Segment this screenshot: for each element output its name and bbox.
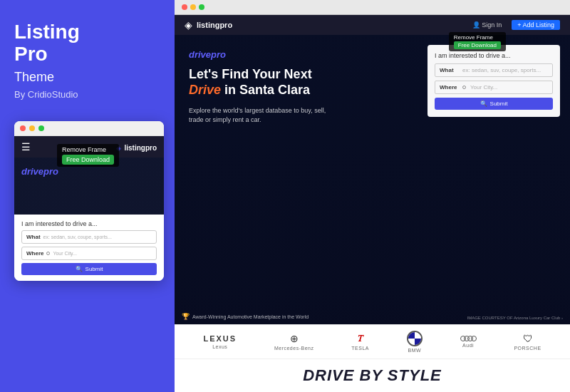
brand-bmw: BMW — [407, 331, 423, 353]
mobile-search-label: I am interested to drive a... — [21, 220, 157, 227]
hero-left: drivepro Let's Find Your Next Drive in S… — [175, 35, 428, 324]
search-panel: I am interested to drive a... What ex: s… — [428, 45, 560, 117]
brand-porsche: 🛡 PORSCHE — [514, 333, 541, 351]
mobile-search-box: I am interested to drive a... What ex: s… — [14, 215, 164, 281]
submit-btn[interactable]: 🔍 Submit — [435, 98, 553, 110]
awards-bar: 🏆 Award-Winning Automotive Marketplace i… — [182, 313, 309, 320]
mobile-preview: Remove Frame Free Download ☰ ◈ listingpr… — [14, 121, 164, 281]
chrome-dot-yellow — [190, 4, 196, 10]
mobile-submit-btn[interactable]: 🔍 Submit — [21, 263, 157, 275]
audi-rings-logo — [460, 336, 477, 341]
site-hero: drivepro Let's Find Your Next Drive in S… — [175, 35, 570, 324]
brand-audi: Audi — [460, 336, 477, 348]
mobile-where-field[interactable]: Where Your City... — [21, 247, 157, 260]
listingpro-icon: ◈ — [185, 19, 192, 31]
left-panel: Listing Pro Theme By CridioStudio Remove… — [0, 0, 175, 392]
mercedes-name: Mercedes-Benz — [274, 346, 314, 351]
mobile-what-field[interactable]: What ex: sedan, suv, coupe, sports... — [21, 230, 157, 244]
tesla-name: TESLA — [351, 346, 369, 351]
mobile-free-download-btn[interactable]: Free Download — [62, 155, 114, 165]
bottom-section: DRIVE BY STYLE — [175, 359, 570, 392]
bmw-logo — [407, 331, 423, 346]
brand-mercedes: ⊕ Mercedes-Benz — [274, 333, 314, 351]
drive-by-style-text: DRIVE BY STYLE — [185, 366, 560, 385]
chrome-dot-red — [182, 4, 187, 10]
hamburger-icon[interactable]: ☰ — [21, 141, 31, 153]
website-preview: ◈ listingpro Remove Frame Free Download … — [175, 15, 570, 392]
brands-bar: LEXUS Lexus ⊕ Mercedes-Benz 𝑇 TESLA — [175, 324, 570, 359]
dot-red — [20, 125, 26, 131]
dot-yellow — [29, 125, 35, 131]
site-header: ◈ listingpro Remove Frame Free Download … — [175, 15, 570, 35]
site-logo-text: listingpro — [197, 21, 232, 29]
lexus-name: Lexus — [212, 344, 227, 349]
mercedes-logo: ⊕ — [290, 333, 299, 344]
site-logo: ◈ listingpro — [185, 19, 232, 31]
where-field[interactable]: Where Your City... — [435, 81, 553, 94]
header-free-download-btn[interactable]: Free Download — [454, 41, 501, 49]
sign-in-btn[interactable]: 👤 Sign In — [468, 20, 507, 30]
awards-text: Award-Winning Automotive Marketplace in … — [192, 314, 309, 319]
app-by: By CridioStudio — [14, 89, 160, 100]
lexus-logo: LEXUS — [203, 334, 237, 343]
site-header-right: 👤 Sign In + Add Listing — [468, 20, 560, 30]
mobile-browser-bar — [14, 121, 164, 136]
hero-heading: Let's Find Your Next Drive in Santa Clar… — [189, 67, 413, 98]
brand-lexus: LEXUS Lexus — [203, 334, 237, 349]
dot-green — [38, 125, 44, 131]
porsche-logo: 🛡 — [523, 333, 533, 344]
hero-right: I am interested to drive a... What ex: s… — [428, 35, 570, 324]
add-listing-btn[interactable]: + Add Listing — [512, 20, 560, 30]
search-panel-label: I am interested to drive a... — [435, 52, 553, 59]
header-tooltip: Remove Frame Free Download — [449, 32, 506, 51]
porsche-name: PORSCHE — [514, 346, 541, 351]
mobile-drive-logo: drivepro — [21, 166, 157, 177]
what-field[interactable]: What ex: sedan, suv, coupe, sports... — [435, 63, 553, 77]
browser-chrome — [175, 0, 570, 15]
hero-drive-logo: drivepro — [189, 49, 413, 60]
chrome-dot-green — [199, 4, 204, 10]
hero-subtext: Explore the world's largest database to … — [189, 106, 331, 124]
app-subtitle: Theme — [14, 70, 160, 85]
image-credit: IMAGE COURTESY OF Arizona Luxury Car Clu… — [467, 316, 563, 320]
right-panel: ◈ listingpro Remove Frame Free Download … — [175, 0, 570, 392]
trophy-icon: 🏆 — [182, 313, 190, 320]
app-title: Listing Pro — [14, 21, 160, 66]
tesla-logo: 𝑇 — [358, 333, 363, 344]
audi-name: Audi — [462, 343, 474, 348]
mobile-remove-frame-tooltip: Remove Frame Free Download — [57, 144, 119, 167]
mobile-logo: ◈ listingpro — [116, 140, 157, 153]
bmw-name: BMW — [408, 348, 421, 353]
brand-tesla: 𝑇 TESLA — [351, 333, 369, 351]
